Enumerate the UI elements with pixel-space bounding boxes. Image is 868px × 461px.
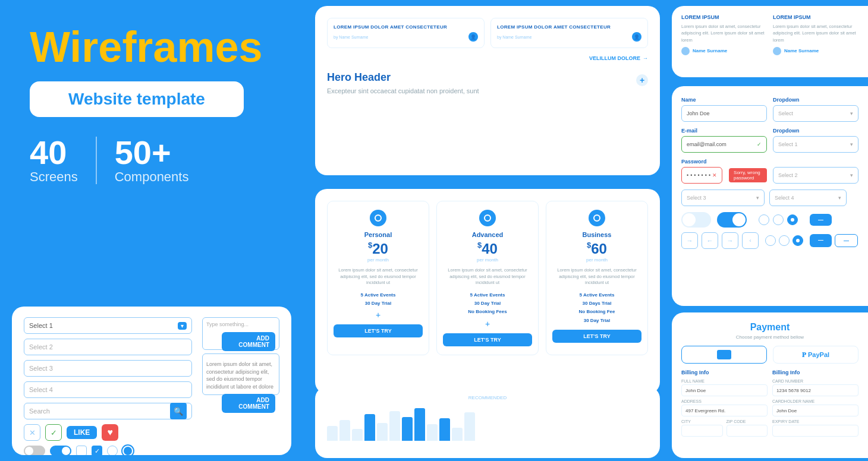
name-input[interactable]: John Doe <box>681 105 767 122</box>
radio-empty[interactable] <box>107 446 118 455</box>
see-more-label: VELILLUM DOLORE <box>589 55 640 61</box>
plan2-feature2: 30 Day Trial <box>443 299 532 308</box>
rt-col2-text: Lorem ipsum dolor sit amet, consectetur … <box>773 23 858 43</box>
paypal-payment-button[interactable]: 𝐏 PayPal <box>773 346 858 364</box>
components-label: Components <box>115 169 189 185</box>
select2-box[interactable]: Select 2 <box>24 339 192 355</box>
name-field-group: Name John Doe <box>681 97 767 122</box>
password-input[interactable]: ••••••• ✕ <box>681 167 722 184</box>
zip-input[interactable] <box>727 425 768 437</box>
dropdown4-input[interactable]: Select 3 ▾ <box>681 190 765 206</box>
email-input[interactable]: email@mail.com ✓ <box>681 136 767 153</box>
plan2-period: per month <box>443 257 532 263</box>
page-radio-1[interactable] <box>765 235 776 246</box>
clear-icon[interactable]: ✕ <box>712 172 717 178</box>
chart-bar-11 <box>452 428 463 441</box>
nav-next-button[interactable]: → <box>722 232 738 249</box>
card-payment-button[interactable] <box>681 346 767 364</box>
chart-bar-3 <box>352 429 363 441</box>
dropdown1-chevron-icon: ▾ <box>850 110 853 116</box>
action-button3[interactable]: — <box>835 234 858 247</box>
main-title: Wireframes <box>30 24 273 71</box>
toggle-off[interactable] <box>24 446 45 455</box>
select1-box[interactable]: Select 1 ▾ <box>24 317 192 334</box>
billing-col2-title: Billing Info <box>772 370 858 375</box>
badge-template: Website template <box>30 81 244 117</box>
nav-page-button[interactable]: ‹ <box>742 232 759 249</box>
chart-bar-4 <box>364 414 375 441</box>
check-button[interactable]: ✓ <box>45 424 62 441</box>
toggle-large-off[interactable] <box>681 212 711 228</box>
plan1-cta-button[interactable]: LET'S TRY <box>334 324 423 337</box>
pricing-plan-advanced: Advanced $40 per month Lorem ipsum dolor… <box>436 201 539 355</box>
page-radio-2[interactable] <box>779 235 790 246</box>
plan3-feature4: 30 Day Trial <box>552 317 641 325</box>
type-placeholder: Type something... <box>206 321 275 327</box>
radio-selected[interactable] <box>122 446 133 455</box>
dropdown1-input[interactable]: Select ▾ <box>773 105 858 122</box>
page-radio-3[interactable] <box>792 235 803 246</box>
pricing-grid: Personal $20 per month Lorem ipsum dolor… <box>327 201 648 355</box>
dropdown5-input[interactable]: Select 4 ▾ <box>769 190 847 206</box>
checkbox-empty[interactable] <box>76 446 87 455</box>
toggle-on[interactable] <box>50 446 71 455</box>
form-row-3: Password ••••••• ✕ Sorry, wrong password… <box>681 159 858 184</box>
form-row-1: Name John Doe Dropdown Select ▾ <box>681 97 858 122</box>
cardholder-label: CARDHOLDER NAME <box>772 399 858 403</box>
pricing-icon-2 <box>479 210 496 226</box>
chart-bar-2 <box>339 420 350 441</box>
radio-2[interactable] <box>773 214 784 225</box>
plan1-price: $20 <box>334 241 423 257</box>
search-button[interactable]: 🔍 <box>170 403 187 419</box>
form-row-2: E-mail email@mail.com ✓ Dropdown Select … <box>681 128 858 153</box>
hero-subtext: Excepteur sint occaecat cupidatat non pr… <box>327 87 648 94</box>
like-button[interactable]: LIKE <box>67 426 97 439</box>
plan1-period: per month <box>334 257 423 263</box>
plan1-plus-icon: + <box>334 310 423 320</box>
search-box[interactable]: Search 🔍 <box>24 403 192 419</box>
plan2-name: Advanced <box>443 231 532 238</box>
action-button[interactable]: — <box>810 214 832 226</box>
plan2-plus-icon: + <box>443 319 532 329</box>
chart-bar-8 <box>414 408 425 441</box>
cancel-x-button[interactable]: ✕ <box>24 424 40 441</box>
radio-1[interactable] <box>759 214 769 225</box>
rt-col2-title: LOREM IPSUM <box>773 14 858 20</box>
dropdown3-field-group: Select 2 ▾ <box>773 159 858 184</box>
badge-template-text: Website template <box>68 90 205 108</box>
full-name-input[interactable]: John Doe <box>681 384 768 396</box>
cardholder-input[interactable]: John Doe <box>772 405 858 416</box>
form-card: Name John Doe Dropdown Select ▾ E-mail e… <box>672 86 868 306</box>
card-number-label: CARD NUMBER <box>772 379 858 383</box>
plan1-name: Personal <box>334 231 423 238</box>
add-comment-button[interactable]: ADD COMMENT <box>222 332 275 351</box>
select3-box[interactable]: Select 3 <box>24 360 192 377</box>
action-button2[interactable]: — <box>810 234 832 247</box>
nav-prev-button[interactable]: ← <box>702 232 718 249</box>
plan2-cta-button[interactable]: LET'S TRY <box>443 333 532 346</box>
expiry-input[interactable] <box>772 425 858 437</box>
add-comment-button2[interactable]: ADD COMMENT <box>222 394 275 413</box>
toggle-large-on[interactable] <box>717 212 747 228</box>
heart-button[interactable]: ♥ <box>102 424 118 441</box>
email-field-group: E-mail email@mail.com ✓ <box>681 128 767 153</box>
chevron-down-icon: ▾ <box>178 322 187 330</box>
dropdown3-input[interactable]: Select 2 ▾ <box>773 167 858 184</box>
checkbox-checked[interactable]: ✓ <box>92 446 102 455</box>
radio-3-selected[interactable] <box>787 214 798 225</box>
nav-back-button[interactable]: → <box>681 232 698 249</box>
rt-col1-text: Lorem ipsum dolor sit amet, consectetur … <box>681 23 767 43</box>
dropdown5-chevron-icon: ▾ <box>838 195 841 201</box>
address-input[interactable]: 497 Evergreen Rd. <box>681 405 768 416</box>
payment-card: Payment Choose payment method bellow 𝐏 P… <box>672 312 868 458</box>
plus-button[interactable]: + <box>636 74 648 86</box>
plan3-price: $60 <box>552 241 641 257</box>
select4-box[interactable]: Select 4 <box>24 381 192 398</box>
city-input[interactable] <box>681 425 723 437</box>
rt-col1-title: LOREM IPSUM <box>681 14 767 20</box>
mini-card-2-title: LOREM IPSUM DOLOR AMET CONSECTETEUR <box>497 24 641 30</box>
dropdown2-input[interactable]: Select 1 ▾ <box>773 136 858 153</box>
pricing-plan-business: Business $60 per month Lorem ipsum dolor… <box>546 201 648 355</box>
card-number-input[interactable]: 1234 5678 9012 <box>772 384 858 396</box>
plan3-cta-button[interactable]: LET'S TRY <box>552 330 641 343</box>
